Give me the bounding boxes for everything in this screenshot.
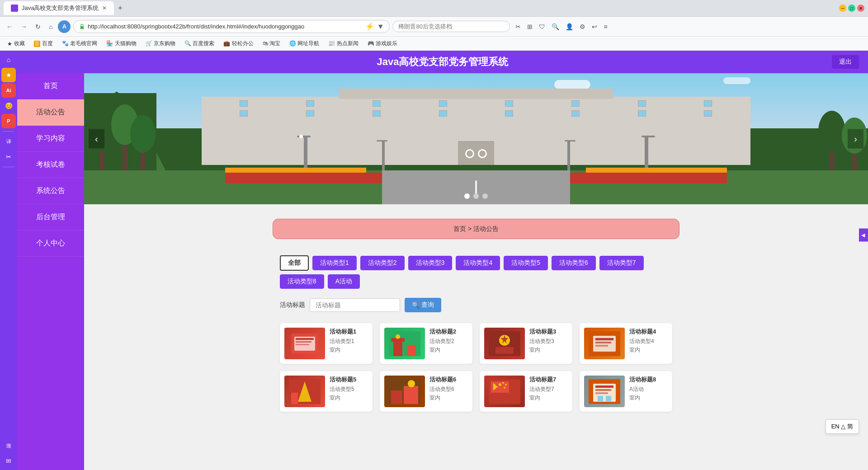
activity-card-4[interactable]: 活动标题4 活动类型4 室内 bbox=[580, 323, 672, 364]
filter-btn-type6[interactable]: 活动类型6 bbox=[552, 256, 596, 270]
back-button[interactable]: ← bbox=[4, 21, 15, 32]
svg-rect-20 bbox=[407, 345, 416, 356]
sidebar-icon-scissors[interactable]: ✂ bbox=[1, 150, 16, 164]
sidebar-icon-mail[interactable]: ✉ bbox=[1, 454, 16, 468]
toolbar-undo-icon[interactable]: ↩ bbox=[589, 21, 600, 32]
bookmark-baidu[interactable]: 百 百度 bbox=[30, 39, 57, 48]
bookmark-jd[interactable]: 🛒 京东购物 bbox=[142, 39, 179, 48]
sidebar-icon-home[interactable]: ⌂ bbox=[1, 52, 16, 67]
forward-button[interactable]: → bbox=[18, 21, 30, 32]
cloud1 bbox=[554, 80, 590, 89]
right-float-button[interactable]: ◀ bbox=[859, 229, 868, 242]
nav-item-study[interactable]: 学习内容 bbox=[17, 126, 84, 152]
filter-btn-type2[interactable]: 活动类型2 bbox=[360, 256, 405, 270]
nav-item-profile[interactable]: 个人中心 bbox=[17, 230, 84, 257]
activity-title-7: 活动标题7 bbox=[529, 376, 568, 384]
minimize-button[interactable]: ─ bbox=[839, 5, 846, 12]
browser-search-input[interactable] bbox=[398, 23, 504, 30]
browser-toolbar: ← → ↻ ⌂ A ⚡ ▼ ✂ ⊞ 🛡 🔍 👤 ⚙ ↩ ≡ bbox=[0, 16, 868, 36]
bookmark-favorites[interactable]: ★ 收藏 bbox=[4, 39, 28, 48]
carousel-dot-3[interactable] bbox=[482, 193, 488, 199]
toolbar-user-icon[interactable]: 👤 bbox=[563, 21, 576, 32]
nav-item-system-notice[interactable]: 系统公告 bbox=[17, 178, 84, 204]
bookmark-nav[interactable]: 🌐 网址导航 bbox=[286, 39, 323, 48]
toolbar-shield-icon[interactable]: 🛡 bbox=[536, 21, 548, 32]
toolbar-scissors-icon[interactable]: ✂ bbox=[513, 21, 524, 32]
filter-btn-type-a[interactable]: A活动 bbox=[328, 274, 360, 289]
carousel-dot-2[interactable] bbox=[473, 193, 479, 199]
filter-btn-type7[interactable]: 活动类型7 bbox=[599, 256, 644, 270]
nav-item-home[interactable]: 首页 bbox=[17, 73, 84, 99]
filter-btn-type8[interactable]: 活动类型8 bbox=[280, 274, 324, 289]
activity-card-8[interactable]: 活动标题8 A活动 室内 bbox=[580, 371, 672, 412]
address-refresh[interactable]: ⚡ bbox=[365, 22, 374, 31]
activity-card-7[interactable]: 活动标题7 活动类型7 室内 bbox=[480, 371, 572, 412]
bookmark-baidusearch[interactable]: 🔍 百度搜索 bbox=[181, 39, 218, 48]
activity-thumb-icon-8 bbox=[589, 379, 620, 404]
search-bar[interactable] bbox=[392, 21, 510, 32]
sidebar-icon-ai[interactable]: Ai bbox=[1, 83, 16, 98]
address-expand[interactable]: ▼ bbox=[377, 23, 384, 31]
toolbar-magnify-icon[interactable]: 🔍 bbox=[549, 21, 562, 32]
sidebar-icon-pdf[interactable]: P bbox=[1, 114, 16, 128]
sidebar-icon-face[interactable]: 😊 bbox=[1, 99, 16, 113]
sidebar-icon-star[interactable]: ★ bbox=[1, 68, 16, 82]
home-button[interactable]: ⌂ bbox=[46, 21, 55, 32]
carousel-dot-1[interactable] bbox=[464, 193, 470, 199]
campus-image bbox=[84, 73, 868, 204]
toolbar-grid-icon[interactable]: ⊞ bbox=[524, 21, 535, 32]
carousel-next-button[interactable]: › bbox=[848, 129, 863, 149]
activity-thumb-7 bbox=[484, 376, 525, 407]
activity-info-4: 活动标题4 活动类型4 室内 bbox=[629, 328, 668, 359]
filter-btn-type1[interactable]: 活动类型1 bbox=[312, 256, 357, 270]
activity-card-5[interactable]: 活动标题5 活动类型5 室内 bbox=[280, 371, 373, 412]
bookmark-tmall[interactable]: 🏪 天猫购物 bbox=[103, 39, 140, 48]
filter-btn-type5[interactable]: 活动类型5 bbox=[504, 256, 548, 270]
activity-card-2[interactable]: 活动标题2 活动类型2 室内 bbox=[380, 323, 472, 364]
search-input[interactable] bbox=[310, 298, 400, 312]
filter-btn-type4[interactable]: 活动类型4 bbox=[456, 256, 500, 270]
browser-tabs: Java高校党支部党务管理系统 ✕ + bbox=[4, 1, 835, 15]
search-label: 活动标题 bbox=[280, 301, 305, 309]
bookmark-label: 🎮 游戏娱乐 bbox=[368, 40, 397, 47]
sidebar-icon-translate[interactable]: 译 bbox=[1, 134, 16, 149]
language-toggle-button[interactable]: EN △ 简 bbox=[826, 419, 859, 434]
logout-button[interactable]: 退出 bbox=[832, 55, 859, 69]
bookmark-label: 🔍 百度搜索 bbox=[184, 40, 214, 47]
sidebar-icon-weibo[interactable]: 微 bbox=[1, 438, 16, 453]
activity-location-1: 室内 bbox=[330, 346, 368, 354]
bookmark-label: 💼 轻松办公 bbox=[223, 40, 253, 47]
new-tab-button[interactable]: + bbox=[114, 2, 126, 15]
search-button[interactable]: 🔍 查询 bbox=[405, 298, 441, 312]
activity-card-6[interactable]: 活动标题6 活动类型6 室内 bbox=[380, 371, 472, 412]
toolbar-extension-icon[interactable]: ⚙ bbox=[577, 21, 588, 32]
activity-card-3[interactable]: 活动标题3 活动类型3 室内 bbox=[480, 323, 572, 364]
nav-item-backend[interactable]: 后台管理 bbox=[17, 204, 84, 230]
bookmark-office[interactable]: 💼 轻松办公 bbox=[220, 39, 257, 48]
active-tab[interactable]: Java高校党支部党务管理系统 ✕ bbox=[4, 1, 114, 15]
activity-card-1[interactable]: 活动标题1 活动类型1 室内 bbox=[280, 323, 373, 364]
activity-thumb-icon-2 bbox=[389, 331, 420, 356]
baidu-icon: 百 bbox=[34, 41, 40, 47]
tab-close-button[interactable]: ✕ bbox=[102, 5, 107, 11]
carousel-prev-button[interactable]: ‹ bbox=[89, 129, 104, 149]
bookmark-game[interactable]: 🎮 游戏娱乐 bbox=[364, 39, 401, 48]
bookmark-laomao[interactable]: 🐾 老毛桃官网 bbox=[58, 39, 101, 48]
bookmark-taobao[interactable]: 🛍 淘宝 bbox=[259, 39, 284, 48]
maximize-button[interactable]: □ bbox=[848, 5, 855, 12]
building-entrance bbox=[458, 141, 494, 165]
filter-btn-type3[interactable]: 活动类型3 bbox=[408, 256, 453, 270]
address-input[interactable] bbox=[88, 23, 363, 30]
filter-section: 全部 活动类型1 活动类型2 活动类型3 活动类型4 活动类型5 活动类型6 活… bbox=[273, 250, 679, 294]
filter-btn-all[interactable]: 全部 bbox=[280, 255, 309, 271]
star-icon: ★ bbox=[7, 41, 12, 47]
nav-item-exam[interactable]: 考核试卷 bbox=[17, 152, 84, 178]
activity-type-2: 活动类型2 bbox=[429, 338, 468, 345]
svg-point-42 bbox=[504, 387, 505, 389]
nav-item-activity[interactable]: 活动公告 bbox=[17, 99, 84, 126]
toolbar-menu-icon[interactable]: ≡ bbox=[601, 21, 610, 32]
close-button[interactable]: ✕ bbox=[857, 5, 864, 12]
bookmark-news[interactable]: 📰 热点新闻 bbox=[325, 39, 362, 48]
refresh-button[interactable]: ↻ bbox=[33, 21, 43, 32]
address-bar[interactable]: ⚡ ▼ bbox=[73, 20, 390, 33]
